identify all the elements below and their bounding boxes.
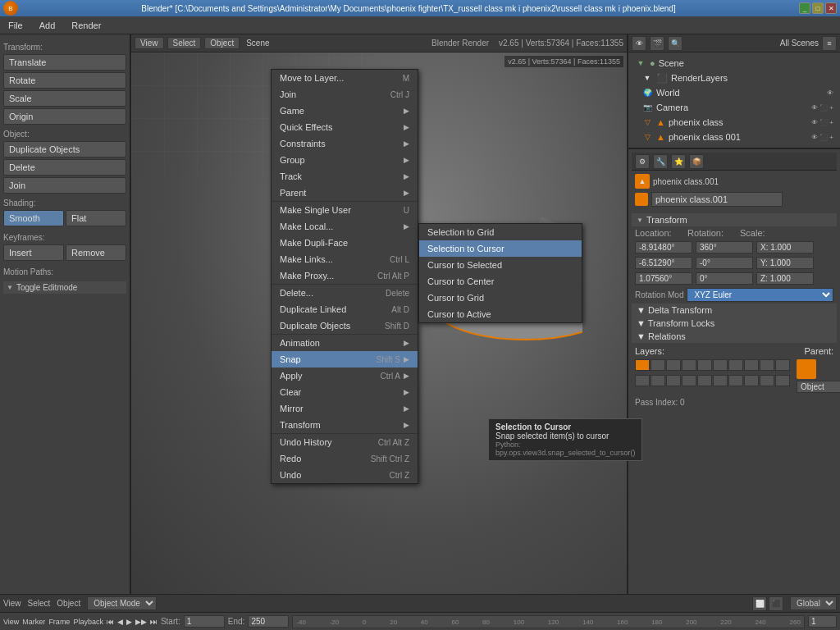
delete-button[interactable]: Delete [3, 159, 126, 176]
bottom-object[interactable]: Object [57, 599, 80, 608]
object-mode-select[interactable]: Object Mode [87, 596, 157, 610]
camera-select-icon[interactable]: + [829, 104, 833, 112]
translate-button[interactable]: Translate [3, 54, 126, 71]
ctx-parent[interactable]: Parent ▶ [272, 185, 418, 201]
rotation-z-input[interactable] [696, 272, 753, 285]
phoenix-class-001-select-icon[interactable]: + [829, 134, 833, 141]
ctx-game[interactable]: Game ▶ [272, 103, 418, 119]
layer-5[interactable] [697, 359, 712, 371]
close-button[interactable]: ✕ [825, 2, 837, 14]
toggle-editmode-header[interactable]: ▼ Toggle Editmode [3, 281, 126, 294]
layer-16[interactable] [713, 375, 728, 386]
phoenix-class-render-icon[interactable]: ⬛ [819, 119, 828, 126]
layer-8[interactable] [744, 359, 759, 371]
rotation-y-input[interactable] [696, 257, 753, 269]
layer-19[interactable] [760, 375, 774, 386]
transform-section-header[interactable]: ▼ Transform [632, 213, 837, 226]
rotation-x-input[interactable] [696, 241, 753, 253]
layer-15[interactable] [697, 375, 712, 386]
ctx-redo[interactable]: Redo Shift Ctrl Z [272, 450, 418, 467]
rotate-button[interactable]: Rotate [3, 72, 126, 89]
ctx-transform[interactable]: Transform ▶ [272, 417, 418, 433]
layer-10[interactable] [775, 359, 790, 371]
ctx-join[interactable]: Join Ctrl J [272, 86, 418, 103]
ctx-animation[interactable]: Animation ▶ [272, 334, 418, 351]
layer-12[interactable] [651, 375, 665, 386]
layer-6[interactable] [713, 359, 728, 371]
timeline-marker-btn[interactable]: Marker [22, 618, 45, 626]
location-z-input[interactable] [635, 272, 692, 285]
ctx-snap[interactable]: Snap Shift S ▶ [272, 351, 418, 368]
ctx-quick-effects[interactable]: Quick Effects ▶ [272, 119, 418, 135]
scale-z-input[interactable] [756, 272, 814, 285]
layer-18[interactable] [744, 375, 759, 386]
layer-2[interactable] [651, 359, 665, 371]
insert-button[interactable]: Insert [3, 244, 64, 261]
scale-x-input[interactable] [756, 241, 814, 253]
start-frame-input[interactable] [184, 615, 225, 628]
ctx-clear[interactable]: Clear ▶ [272, 384, 418, 400]
phoenix-class-select-icon[interactable]: + [829, 119, 833, 126]
join-button[interactable]: Join [3, 177, 126, 194]
parent-select[interactable]: Object [797, 381, 840, 393]
tree-world[interactable]: 🌍 World 👁 [632, 85, 837, 100]
phoenix-class-001-render-icon[interactable]: ⬛ [819, 134, 828, 141]
ctx-make-local[interactable]: Make Local... ▶ [272, 218, 418, 235]
ctx-undo[interactable]: Undo Ctrl Z [272, 467, 418, 483]
ctx-duplicate-objects[interactable]: Duplicate Objects Shift D [272, 317, 418, 334]
scale-button[interactable]: Scale [3, 90, 126, 107]
props-icon-3[interactable]: ⭐ [671, 154, 686, 169]
layer-11[interactable] [635, 375, 650, 386]
location-x-input[interactable] [635, 241, 692, 253]
tree-phoenix-class[interactable]: ▽ ▲ phoenix class 👁 ⬛ + [632, 115, 837, 130]
viewport-view-btn[interactable]: View [135, 37, 164, 49]
viewport-object-btn[interactable]: Object [204, 37, 240, 49]
camera-render-icon[interactable]: ⬛ [819, 104, 828, 112]
timeline-frame-btn[interactable]: Frame [48, 618, 70, 626]
timeline-view-btn[interactable]: View [3, 618, 19, 626]
snap-selection-to-cursor[interactable]: Selection to Cursor [419, 240, 582, 257]
ctx-apply[interactable]: Apply Ctrl A ▶ [272, 368, 418, 384]
current-frame-input[interactable] [808, 615, 837, 628]
layer-7[interactable] [728, 359, 743, 371]
location-y-input[interactable] [635, 257, 692, 269]
object-name-input[interactable] [651, 192, 783, 207]
scale-y-input[interactable] [756, 257, 814, 269]
snap-cursor-to-selected[interactable]: Cursor to Selected [419, 257, 582, 273]
layer-1[interactable] [635, 359, 650, 371]
camera-eye-icon[interactable]: 👁 [811, 104, 818, 112]
play-start-icon[interactable]: ⏮ [107, 618, 114, 626]
props-icon-4[interactable]: 📦 [689, 154, 704, 169]
origin-button[interactable]: Origin [3, 108, 126, 125]
snap-selection-to-grid[interactable]: Selection to Grid [419, 224, 582, 240]
tree-scene[interactable]: ▼ ● Scene [632, 56, 837, 71]
props-icon-2[interactable]: 🔧 [653, 154, 668, 169]
rp-scene-btn[interactable]: 🎬 [650, 36, 664, 51]
phoenix-class-001-eye-icon[interactable]: 👁 [811, 134, 818, 141]
snap-cursor-to-grid[interactable]: Cursor to Grid [419, 290, 582, 306]
ctx-group[interactable]: Group ▶ [272, 152, 418, 168]
wireframe-mode-icon[interactable]: ⬛ [769, 596, 783, 611]
bottom-view[interactable]: View [3, 599, 21, 608]
timeline-ruler[interactable]: -40 -20 0 20 40 60 80 100 120 140 160 18… [292, 615, 805, 628]
menu-render[interactable]: Render [66, 19, 106, 32]
ctx-make-dupli-face[interactable]: Make Dupli-Face [272, 235, 418, 251]
ctx-undo-history[interactable]: Undo History Ctrl Alt Z [272, 433, 418, 450]
relations-header[interactable]: ▼ Relations [632, 330, 837, 343]
world-eye-icon[interactable]: 👁 [827, 89, 833, 97]
layer-4[interactable] [682, 359, 696, 371]
play-icon[interactable]: ▶ [126, 618, 132, 626]
rp-menu-btn[interactable]: ≡ [822, 36, 837, 51]
ctx-move-to-layer[interactable]: Move to Layer... M [272, 70, 418, 86]
maximize-button[interactable]: □ [812, 2, 824, 14]
end-frame-input[interactable] [248, 615, 289, 628]
snap-cursor-to-active[interactable]: Cursor to Active [419, 306, 582, 322]
smooth-button[interactable]: Smooth [3, 210, 64, 226]
snap-cursor-to-center[interactable]: Cursor to Center [419, 273, 582, 290]
play-end-icon[interactable]: ⏭ [150, 618, 158, 626]
next-frame-icon[interactable]: ▶▶ [135, 618, 147, 626]
rp-search-btn[interactable]: 🔍 [668, 36, 682, 51]
layer-17[interactable] [728, 375, 743, 386]
layer-14[interactable] [682, 375, 696, 386]
ctx-mirror[interactable]: Mirror ▶ [272, 400, 418, 417]
